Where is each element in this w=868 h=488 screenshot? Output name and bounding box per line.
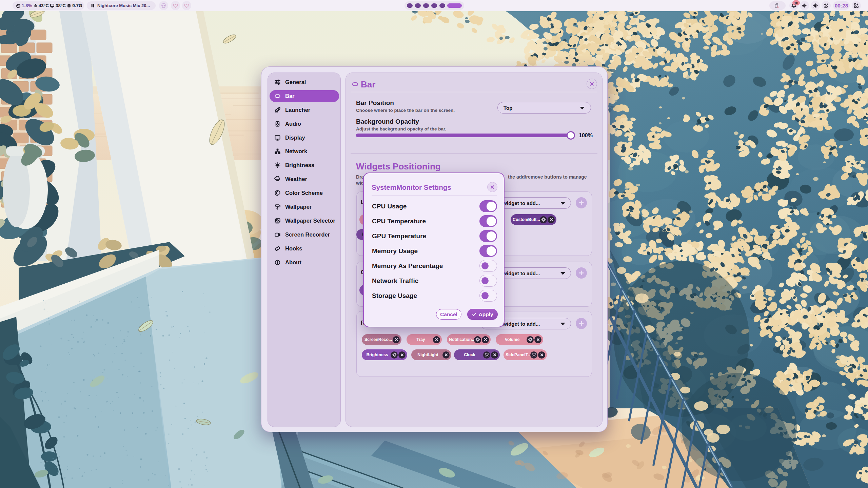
svg-text:C: C bbox=[777, 5, 779, 8]
